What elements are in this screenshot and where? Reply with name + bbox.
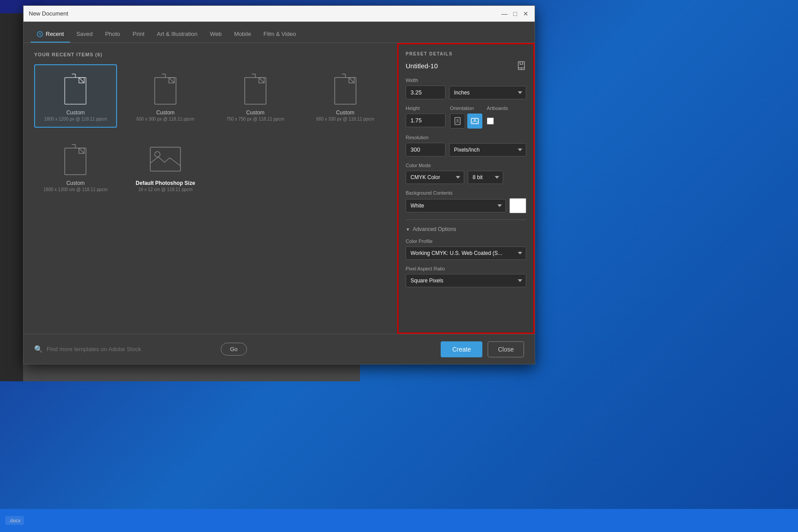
svg-point-22 <box>474 119 476 121</box>
resolution-unit-wrapper: Pixels/Inch Pixels/Centimeter <box>449 143 526 156</box>
bg-contents-row: White Black Background Color Transparent… <box>406 198 526 213</box>
doc-icon-4 <box>326 70 365 110</box>
svg-point-20 <box>457 119 458 121</box>
resolution-unit-select[interactable]: Pixels/Inch Pixels/Centimeter <box>449 143 526 156</box>
advanced-options-toggle[interactable]: ▼ Advanced Options <box>406 226 526 232</box>
doc-icon-1 <box>56 70 95 110</box>
action-buttons: Create Close <box>441 341 524 357</box>
bg-color-swatch[interactable] <box>509 198 526 213</box>
portrait-icon <box>454 117 461 125</box>
template-search-input[interactable] <box>47 346 217 352</box>
preset-section-label: PRESET DETAILS <box>406 51 526 56</box>
doc-icon-3 <box>236 70 275 110</box>
minimize-button[interactable]: — <box>501 10 508 17</box>
search-area: 🔍 Go <box>34 343 247 356</box>
color-depth-select[interactable]: 8 bit 16 bit 32 bit <box>468 171 503 184</box>
tab-film[interactable]: Film & Video <box>257 26 302 43</box>
tabs-bar: Recent Saved Photo Print Art & Illustrat… <box>23 22 535 43</box>
search-icon: 🔍 <box>34 345 43 353</box>
height-input[interactable] <box>406 113 446 127</box>
height-group: Height <box>406 106 446 127</box>
create-button[interactable]: Create <box>441 341 482 357</box>
bottom-bar: 🔍 Go Create Close <box>23 334 535 364</box>
resolution-input[interactable] <box>406 143 446 156</box>
title-bar: New Document — □ ✕ <box>23 6 535 22</box>
tab-web[interactable]: Web <box>204 26 228 43</box>
recent-item-1[interactable]: Custom 798 x 532 px @ 118.11 ppcm <box>34 64 117 128</box>
doc-icon-2 <box>146 70 185 110</box>
items-grid-row2: Custom 798 x 532 cm @ 118.11 ppcm Defa… <box>34 135 387 198</box>
width-row: Inches Pixels Centimeters Millimeters Po… <box>406 86 526 99</box>
width-unit-select[interactable]: Inches Pixels Centimeters Millimeters Po… <box>449 86 526 99</box>
recent-header: YOUR RECENT ITEMS (6) <box>34 52 387 57</box>
go-button[interactable]: Go <box>221 343 247 356</box>
color-mode-row: CMYK Color RGB Color Grayscale Bitmap La… <box>406 171 526 184</box>
bg-contents-wrapper: White Black Background Color Transparent… <box>406 199 506 212</box>
height-orient-row: Height Orientation <box>406 106 526 129</box>
svg-rect-16 <box>150 147 180 171</box>
landscape-button[interactable] <box>467 113 482 129</box>
main-content: YOUR RECENT ITEMS (6) <box>23 43 535 334</box>
bg-contents-label: Background Contents <box>406 190 526 196</box>
items-grid-row1: Custom 798 x 532 px @ 118.11 ppcm <box>34 64 387 128</box>
preset-name-input[interactable] <box>406 62 516 70</box>
app-sidebar <box>0 13 23 381</box>
left-panel: YOUR RECENT ITEMS (6) <box>23 43 397 334</box>
tab-saved[interactable]: Saved <box>70 26 99 43</box>
tab-art[interactable]: Art & Illustration <box>151 26 204 43</box>
dialog-body: Recent Saved Photo Print Art & Illustrat… <box>23 22 535 364</box>
doc-icon-6 <box>146 141 185 180</box>
artboards-group: Artboards <box>487 106 508 129</box>
bg-contents-select[interactable]: White Black Background Color Transparent… <box>406 199 506 212</box>
color-profile-wrapper: Working CMYK: U.S. Web Coated (S... <box>406 246 526 260</box>
color-mode-select[interactable]: CMYK Color RGB Color Grayscale Bitmap La… <box>406 171 464 184</box>
save-preset-icon[interactable] <box>516 61 526 70</box>
tab-print[interactable]: Print <box>126 26 151 43</box>
recent-item-3[interactable]: Custom 750 x 750 px @ 118.11 ppcm <box>214 64 297 128</box>
color-profile-row: Working CMYK: U.S. Web Coated (S... <box>406 246 526 260</box>
pixel-ratio-row: Square Pixels D1/DV NTSC (0.91) D1/DV PA… <box>406 274 526 287</box>
color-profile-label: Color Profile <box>406 239 526 244</box>
window-close-button[interactable]: ✕ <box>522 10 529 17</box>
recent-item-4[interactable]: Custom 660 x 330 px @ 118.11 ppcm <box>304 64 387 128</box>
width-unit-wrapper: Inches Pixels Centimeters Millimeters Po… <box>449 86 526 99</box>
tab-photo[interactable]: Photo <box>99 26 126 43</box>
window-controls: — □ ✕ <box>501 10 529 17</box>
color-depth-wrapper: 8 bit 16 bit 32 bit <box>468 171 526 184</box>
color-profile-select[interactable]: Working CMYK: U.S. Web Coated (S... <box>406 246 526 260</box>
maximize-button[interactable]: □ <box>512 10 519 17</box>
resolution-row: Pixels/Inch Pixels/Centimeter <box>406 143 526 156</box>
pixel-ratio-wrapper: Square Pixels D1/DV NTSC (0.91) D1/DV PA… <box>406 274 526 287</box>
preset-name-row <box>406 61 526 70</box>
tab-recent[interactable]: Recent <box>31 26 70 43</box>
tab-mobile[interactable]: Mobile <box>228 26 257 43</box>
orientation-buttons <box>450 113 482 129</box>
pixel-ratio-select[interactable]: Square Pixels D1/DV NTSC (0.91) D1/DV PA… <box>406 274 526 287</box>
width-input[interactable] <box>406 86 446 99</box>
close-button[interactable]: Close <box>488 341 524 357</box>
landscape-icon <box>471 118 479 124</box>
recent-item-6[interactable]: Default Photoshop Size 16 x 12 cm @ 118.… <box>124 135 207 198</box>
color-mode-label: Color Mode <box>406 163 526 168</box>
width-label: Width <box>406 78 526 83</box>
orientation-group: Orientation <box>450 106 482 129</box>
section-divider <box>406 219 526 220</box>
artboards-checkbox-area <box>487 113 496 129</box>
taskbar: .docx <box>0 509 798 532</box>
color-mode-wrapper: CMYK Color RGB Color Grayscale Bitmap La… <box>406 171 464 184</box>
clock-icon <box>37 31 43 37</box>
pixel-ratio-label: Pixel Aspect Ratio <box>406 266 526 271</box>
portrait-button[interactable] <box>450 113 465 129</box>
resolution-label: Resolution <box>406 135 526 140</box>
new-document-dialog: New Document — □ ✕ Recent Saved Photo <box>23 5 535 364</box>
preset-details-panel: PRESET DETAILS Width <box>397 43 535 334</box>
recent-item-5[interactable]: Custom 798 x 532 cm @ 118.11 ppcm <box>34 135 117 198</box>
artboards-checkbox[interactable] <box>487 117 494 125</box>
taskbar-item-docx[interactable]: .docx <box>5 516 24 525</box>
dialog-title: New Document <box>29 10 68 17</box>
svg-point-17 <box>155 152 160 157</box>
doc-icon-5 <box>56 141 95 180</box>
chevron-down-icon: ▼ <box>406 227 410 232</box>
recent-item-2[interactable]: Custom 600 x 300 px @ 118.11 ppcm <box>124 64 207 128</box>
